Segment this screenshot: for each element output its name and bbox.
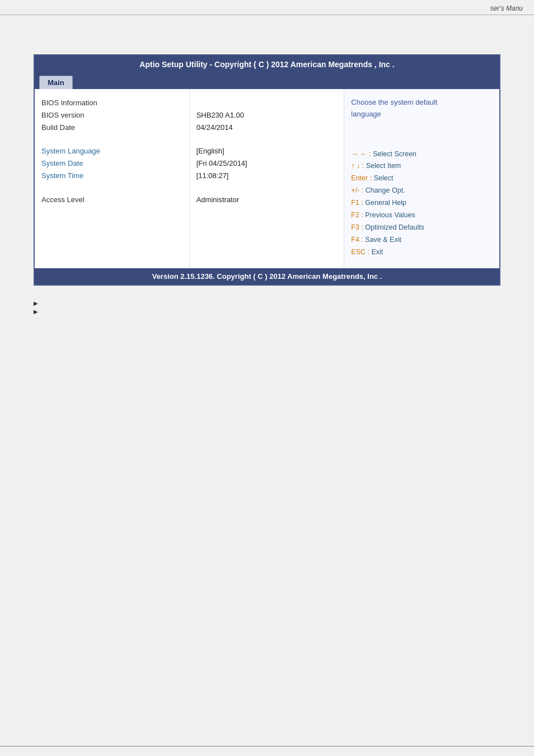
key-select-item-desc: Select Item: [364, 162, 401, 170]
key-esc-desc: Exit: [369, 248, 383, 256]
key-help-line3: Enter : Select: [351, 172, 493, 185]
bios-information-label: BIOS Information: [41, 97, 182, 109]
system-section-values: [English] [Fri 04/25/2014] [11:08:27]: [196, 145, 338, 182]
help-line2: language: [351, 110, 381, 118]
bios-info-section: BIOS Information BIOS version Build Date: [41, 97, 182, 134]
bullet-item-2: [34, 307, 500, 316]
system-time-label: System Time: [41, 170, 182, 182]
bios-middle-col: SHB230 A1.00 04/24/2014 [English] [Fri 0…: [190, 89, 345, 268]
bios-info-blank: [196, 97, 338, 109]
key-f4-desc: Save & Exit: [363, 236, 401, 244]
key-f2: F2 :: [351, 211, 363, 219]
key-help-line2: ↑ ↓ : Select Item: [351, 160, 493, 172]
top-bar: ser's Manu: [0, 0, 534, 15]
system-date-label: System Date: [41, 157, 182, 170]
build-date-value: 04/24/2014: [196, 122, 338, 134]
key-f3-desc: Optimized Defaults: [363, 223, 424, 231]
bios-body: BIOS Information BIOS version Build Date…: [35, 89, 499, 268]
access-level-values: Administrator: [196, 194, 338, 206]
bios-tabs: Main: [35, 73, 499, 89]
system-language-value: [English]: [196, 145, 338, 157]
top-bar-text: ser's Manu: [490, 4, 523, 12]
key-f1: F1 :: [351, 199, 363, 207]
bullet-item-1: [34, 299, 500, 307]
key-help-line8: F4 : Save & Exit: [351, 234, 493, 246]
system-section-labels: System Language System Date System Time: [41, 145, 182, 182]
bios-container: Aptio Setup Utility - Copyright ( C ) 20…: [34, 54, 500, 286]
key-select-screen-desc: Select Screen: [371, 150, 416, 158]
help-line1: Choose the system default: [351, 98, 437, 106]
bios-info-values: SHB230 A1.00 04/24/2014: [196, 97, 338, 134]
help-text-block: Choose the system default language: [351, 97, 493, 120]
key-help-line5: F1 : General Help: [351, 197, 493, 209]
system-time-value: [11:08:27]: [196, 170, 338, 182]
key-f4: F4 :: [351, 236, 363, 244]
key-help-line7: F3 : Optimized Defaults: [351, 222, 493, 234]
key-plus-minus-desc: Change Opt.: [363, 186, 405, 194]
bios-tab-main[interactable]: Main: [39, 76, 73, 89]
key-enter: Enter :: [351, 174, 372, 182]
bios-version-value: SHB230 A1.00: [196, 109, 338, 122]
bios-footer: Version 2.15.1236. Copyright ( C ) 2012 …: [35, 268, 499, 284]
bios-version-label: BIOS version: [41, 109, 182, 122]
access-level-section: Access Level: [41, 194, 182, 206]
page-content: Aptio Setup Utility - Copyright ( C ) 20…: [0, 15, 534, 338]
system-language-label: System Language: [41, 145, 182, 157]
bios-right-col: Choose the system default language → ← :…: [344, 89, 499, 268]
bios-header: Aptio Setup Utility - Copyright ( C ) 20…: [35, 55, 499, 73]
key-help-block: → ← : Select Screen ↑ ↓ : Select Item En…: [351, 148, 493, 259]
access-level-label: Access Level: [41, 194, 182, 206]
key-help-line1: → ← : Select Screen: [351, 148, 493, 161]
key-help-line4: +/- : Change Opt.: [351, 185, 493, 197]
bios-left-col: BIOS Information BIOS version Build Date…: [35, 89, 190, 268]
key-f1-desc: General Help: [363, 199, 406, 207]
bullet-list: [34, 295, 500, 316]
access-level-value: Administrator: [196, 194, 338, 206]
key-esc: ESC :: [351, 248, 369, 256]
key-enter-desc: Select: [372, 174, 393, 182]
key-help-line6: F2 : Previous Values: [351, 209, 493, 222]
key-f3: F3 :: [351, 223, 363, 231]
key-help-line9: ESC : Exit: [351, 246, 493, 259]
key-f2-desc: Previous Values: [363, 211, 415, 219]
system-date-value: [Fri 04/25/2014]: [196, 157, 338, 170]
key-select-item: ↑ ↓ :: [351, 162, 364, 170]
key-plus-minus: +/- :: [351, 186, 363, 194]
bottom-bar: [0, 746, 534, 756]
key-select-screen: → ← :: [351, 150, 371, 158]
build-date-label: Build Date: [41, 122, 182, 134]
